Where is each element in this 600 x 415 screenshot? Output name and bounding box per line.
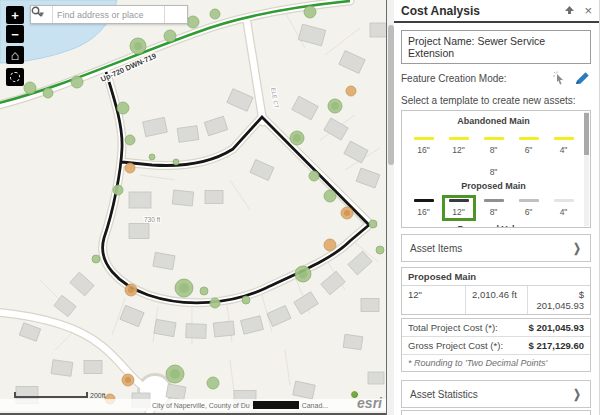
template-abandoned-4[interactable]: 4": [547, 133, 581, 159]
attribution-text-left: City of Naperville, County of Du: [152, 402, 250, 409]
street-label: ELE CT: [270, 87, 280, 109]
template-proposed-8[interactable]: 8": [477, 195, 511, 221]
total-cost-value: $ 201,045.93: [522, 319, 590, 336]
close-icon: ×: [584, 4, 592, 17]
total-cost-label: Total Project Cost (*):: [402, 319, 522, 336]
cost-summary-box: Total Project Cost (*): $ 201,045.93 Gro…: [401, 318, 591, 372]
street-casing: [0, 1, 370, 413]
panel-title: Cost Analysis: [401, 4, 555, 18]
project-summary-section[interactable]: Project Summary ❯: [401, 410, 591, 415]
gross-cost-label: Gross Project Cost (*):: [402, 337, 522, 354]
map-graphics: Up-720 DWN-719 ELE CT 730 ft: [0, 0, 386, 413]
table-row: 12" 2,010.46 ft $ 201,045.93: [402, 286, 590, 314]
search-input[interactable]: [53, 6, 164, 23]
scale-label: 200ft: [90, 392, 106, 399]
chevron-right-icon: ❯: [573, 241, 581, 255]
dock-icon: [564, 6, 575, 15]
distance-label: 730 ft: [144, 216, 160, 223]
template-abandoned-6[interactable]: 6": [512, 133, 546, 159]
feature-creation-mode-row: Feature Creation Mode:: [401, 71, 591, 86]
attribution-bar: City of Naperville, County of Du Canad..…: [0, 399, 386, 411]
total-cost-row: Total Project Cost (*): $ 201,045.93: [402, 319, 590, 337]
template-proposed-16[interactable]: 16": [407, 195, 441, 221]
cell-size: 12": [402, 286, 466, 314]
search-icon: [31, 6, 42, 17]
close-button[interactable]: ×: [584, 4, 592, 17]
asset-statistics-section[interactable]: Asset Statistics ❯: [401, 380, 591, 408]
trees: [24, 6, 384, 404]
zoom-in-button[interactable]: +: [6, 6, 24, 24]
zoom-out-button[interactable]: −: [6, 25, 24, 43]
search-button[interactable]: [164, 6, 187, 23]
asset-items-table: Proposed Main 12" 2,010.46 ft $ 201,045.…: [401, 267, 591, 315]
attribution-toggle[interactable]: [253, 401, 299, 409]
table-group-header: Proposed Main: [402, 268, 590, 286]
gallery-scrollbar-thumb[interactable]: [584, 113, 589, 155]
template-gallery: Abandoned Main 16" 12" 8" 6" 4" 8" Propo…: [401, 110, 591, 228]
panel-header: Cost Analysis ×: [394, 0, 599, 23]
select-template-label: Select a template to create new assets:: [401, 95, 591, 106]
gallery-scrollbar[interactable]: [584, 112, 589, 226]
pencil-icon: [574, 71, 591, 86]
abandoned-main-title: Abandoned Main: [406, 116, 581, 126]
proposed-main-title: Proposed Main: [406, 181, 581, 191]
template-proposed-6[interactable]: 6": [512, 195, 546, 221]
wand-cursor-icon: [552, 71, 567, 86]
abandoned-main-row: 16" 12" 8" 6" 4": [406, 133, 581, 159]
cost-analysis-panel: Cost Analysis × Project Name: Sewer Serv…: [394, 0, 600, 415]
asset-statistics-label: Asset Statistics: [410, 389, 572, 400]
home-icon: ⌂: [11, 47, 19, 63]
locate-icon: [10, 72, 20, 82]
project-name-box: Project Name: Sewer Service Extension: [401, 30, 591, 64]
app-window: Up-720 DWN-719 ELE CT 730 ft ▼ + − ⌂ 20: [0, 0, 600, 415]
esri-globe-icon: [350, 390, 359, 399]
asset-items-label: Asset Items: [410, 243, 572, 254]
draw-mode-button[interactable]: [574, 71, 591, 86]
asset-items-section[interactable]: Asset Items ❯: [401, 234, 591, 262]
template-abandoned-16[interactable]: 16": [407, 133, 441, 159]
gross-cost-row: Gross Project Cost (*): $ 217,129.60: [402, 337, 590, 355]
cell-cost: $ 201,045.93: [528, 286, 590, 314]
proposed-main-row: 16" 12" 8" 6" 4": [406, 195, 581, 221]
map-canvas[interactable]: Up-720 DWN-719 ELE CT 730 ft ▼ + − ⌂ 20: [0, 0, 386, 415]
street-network: [0, 1, 370, 413]
template-abandoned-8[interactable]: 8": [477, 133, 511, 159]
rounding-note: * Rounding to 'Two Decimal Points': [402, 355, 590, 371]
search-box: ▼: [30, 5, 188, 24]
cell-length: 2,010.46 ft: [466, 286, 528, 314]
home-button[interactable]: ⌂: [6, 46, 24, 64]
panel-scrollbar[interactable]: [386, 0, 394, 415]
attribution-text-right: Canad...: [302, 402, 328, 409]
template-proposed-12-selected[interactable]: 12": [442, 195, 476, 221]
dock-button[interactable]: [564, 6, 575, 15]
chevron-right-icon: ❯: [573, 387, 581, 401]
select-mode-button[interactable]: [552, 71, 567, 86]
template-abandoned-8b[interactable]: 8": [477, 160, 511, 181]
template-abandoned-12[interactable]: 12": [442, 133, 476, 159]
feature-creation-mode-label: Feature Creation Mode:: [401, 73, 545, 84]
proposed-valves-title: Proposed Valves: [406, 224, 581, 228]
esri-logo: esri: [357, 396, 382, 410]
locate-button[interactable]: [6, 68, 24, 86]
template-proposed-4[interactable]: 4": [547, 195, 581, 221]
gross-cost-value: $ 217,129.60: [522, 337, 590, 354]
abandoned-main-row-2: 8": [406, 160, 581, 181]
